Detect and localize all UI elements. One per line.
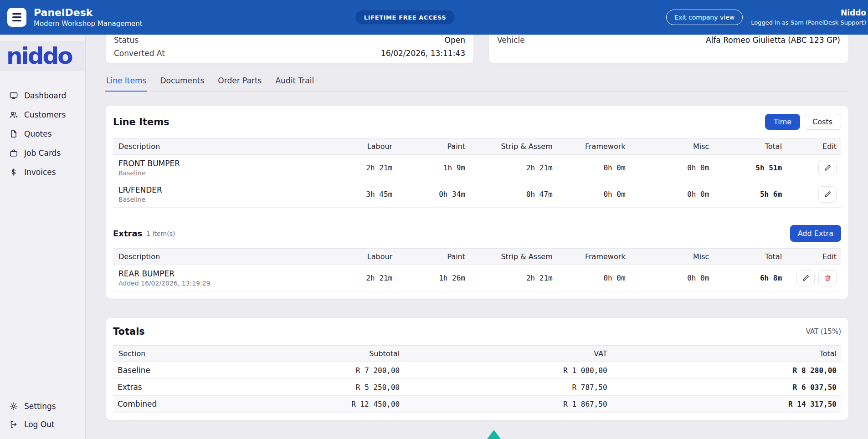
company-name: Niddo (751, 7, 866, 19)
sidebar-item-invoices[interactable]: Invoices (5, 164, 81, 180)
main-content: Status Open Converted At 16/02/2026, 13:… (86, 35, 868, 439)
vehicle-card: Vehicle Alfa Romeo Giulietta (ABC 123 GP… (488, 35, 849, 64)
sidebar-item-log-out[interactable]: Log Out (5, 416, 81, 433)
pencil-icon (824, 190, 832, 198)
job-details-card: Status Open Converted At 16/02/2026, 13:… (105, 35, 474, 64)
sidebar-nav: Dashboard Customers Quotes Job Cards Inv… (0, 87, 85, 180)
job-cards-icon (9, 148, 18, 158)
summary-row: Status Open Converted At 16/02/2026, 13:… (105, 35, 849, 64)
edit-line-item-button[interactable] (818, 186, 837, 203)
sidebar-item-customers[interactable]: Customers (5, 107, 81, 123)
table-row: FRONT BUMPER Baseline 2h 21m 1h 9m 2h 21… (113, 155, 841, 181)
extras-title: Extras (113, 229, 142, 238)
converted-at-row: Converted At 16/02/2026, 13:11:43 (113, 46, 466, 60)
lifetime-access-badge: LIFETIME FREE ACCESS (355, 10, 455, 25)
sidebar-logo-band: niddo (0, 41, 85, 71)
extra-item-name: REAR BUMPER (118, 269, 319, 278)
totals-title: Totals (113, 326, 145, 337)
sidebar-item-quotes[interactable]: Quotes (5, 126, 81, 142)
line-items-header: Line Items Time Costs (113, 114, 841, 130)
edit-line-item-button[interactable] (818, 160, 837, 176)
edit-extra-button[interactable] (796, 270, 815, 286)
status-row: Status Open (113, 35, 466, 46)
add-extra-button[interactable]: Add Extra (790, 225, 841, 242)
tab-order-parts[interactable]: Order Parts (217, 76, 262, 92)
app-subtitle: Modern Workshop Management (34, 20, 143, 28)
line-item-name: FRONT BUMPER (118, 159, 319, 168)
line-item-name: LR/FENDER (118, 185, 319, 194)
sidebar-item-job-cards[interactable]: Job Cards (5, 145, 81, 161)
baseline-items-table: Description Labour Paint Strip & Assem F… (113, 138, 841, 208)
pencil-icon (824, 164, 832, 172)
menu-button[interactable] (7, 8, 26, 27)
extras-table: Description Labour Paint Strip & Assem F… (113, 248, 841, 291)
toggle-costs-button[interactable]: Costs (804, 114, 841, 130)
sidebar: niddo Dashboard Customers Quotes Job Car… (0, 35, 86, 439)
table-row: LR/FENDER Baseline 3h 45m 0h 34m 0h 47m … (113, 181, 841, 208)
app-title: PanelDesk (34, 7, 143, 19)
logged-in-info: Niddo Logged in as Sam (PanelDesk Suppor… (751, 7, 866, 27)
line-item-note: Baseline (118, 169, 319, 177)
corner-triangle-decoration (487, 430, 501, 439)
settings-icon (9, 402, 18, 411)
line-item-note: Baseline (118, 196, 319, 203)
tab-audit-trail[interactable]: Audit Trail (274, 76, 315, 92)
pencil-icon (802, 274, 810, 282)
vehicle-value: Alfa Romeo Giulietta (ABC 123 GP) (706, 36, 840, 45)
table-row-combined: Combined R 12 450,00 R 1 867,50 R 14 317… (113, 396, 841, 413)
line-items-title: Line Items (113, 117, 169, 128)
table-row: Extras R 5 250,00 R 787,50 R 6 037,50 (113, 379, 841, 396)
logged-in-as: Logged in as Sam (PanelDesk Support) (751, 19, 866, 27)
logout-icon (9, 420, 18, 429)
status-badge: Open (445, 36, 465, 45)
totals-table-header: Section Subtotal VAT Total (113, 346, 841, 362)
converted-at-value: 16/02/2026, 13:11:43 (381, 49, 465, 58)
tab-bar: Line Items Documents Order Parts Audit T… (105, 76, 849, 92)
totals-card: Totals VAT (15%) Section Subtotal VAT To… (105, 317, 849, 420)
extras-table-header: Description Labour Paint Strip & Assem F… (113, 249, 841, 265)
niddo-logo: niddo (6, 45, 72, 67)
dashboard-icon (9, 91, 18, 100)
trash-icon (824, 274, 832, 282)
converted-at-label: Converted At (114, 49, 165, 58)
baseline-table-header: Description Labour Paint Strip & Assem F… (113, 138, 841, 155)
vehicle-row: Vehicle Alfa Romeo Giulietta (ABC 123 GP… (496, 35, 841, 46)
extras-header: Extras 1 item(s) Add Extra (113, 225, 841, 242)
totals-table: Section Subtotal VAT Total Baseline R 7 … (113, 345, 841, 413)
app-brand: PanelDesk Modern Workshop Management (0, 7, 143, 28)
quotes-icon (9, 129, 18, 138)
invoices-icon (9, 168, 18, 177)
extras-count: 1 item(s) (146, 230, 175, 237)
vehicle-label: Vehicle (497, 36, 525, 45)
sidebar-item-settings[interactable]: Settings (5, 398, 81, 414)
tab-line-items[interactable]: Line Items (105, 76, 147, 92)
status-label: Status (114, 36, 139, 45)
table-row: REAR BUMPER Added 16/02/2026, 13:19:29 2… (113, 265, 841, 291)
menu-icon (12, 13, 21, 15)
table-row: Baseline R 7 200,00 R 1 080,00 R 8 280,0… (113, 362, 841, 379)
vat-note: VAT (15%) (806, 327, 841, 336)
header-right: Exit company view Niddo Logged in as Sam… (666, 0, 868, 35)
delete-extra-button[interactable] (818, 270, 837, 286)
sidebar-footer: Settings Log Out (0, 398, 85, 439)
extra-item-note: Added 16/02/2026, 13:19:29 (118, 280, 319, 287)
line-items-card: Line Items Time Costs Description Labour… (105, 105, 849, 299)
time-costs-toggle: Time Costs (765, 114, 841, 130)
top-header: PanelDesk Modern Workshop Management LIF… (0, 0, 868, 35)
exit-company-view-button[interactable]: Exit company view (666, 10, 743, 25)
totals-header: Totals VAT (15%) (113, 326, 841, 337)
tab-documents[interactable]: Documents (159, 76, 205, 92)
customers-icon (9, 110, 18, 119)
sidebar-item-dashboard[interactable]: Dashboard (5, 87, 81, 104)
toggle-time-button[interactable]: Time (765, 114, 800, 130)
